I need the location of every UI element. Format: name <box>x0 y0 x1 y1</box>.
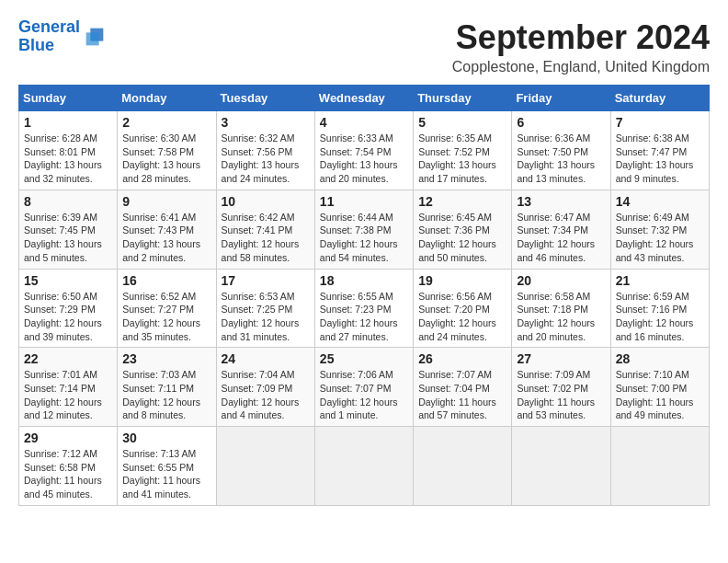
day-info: Sunrise: 6:45 AMSunset: 7:36 PMDaylight:… <box>418 211 506 265</box>
col-thursday: Thursday <box>414 86 512 111</box>
day-number: 21 <box>616 273 704 288</box>
calendar-day-cell: 4Sunrise: 6:33 AMSunset: 7:54 PMDaylight… <box>314 111 413 190</box>
calendar-day-cell: 1Sunrise: 6:28 AMSunset: 8:01 PMDaylight… <box>19 111 118 190</box>
day-info: Sunrise: 7:01 AMSunset: 7:14 PMDaylight:… <box>24 368 112 422</box>
col-wednesday: Wednesday <box>314 86 413 111</box>
day-info: Sunrise: 6:59 AMSunset: 7:16 PMDaylight:… <box>616 290 704 344</box>
calendar-day-cell: 21Sunrise: 6:59 AMSunset: 7:16 PMDayligh… <box>610 269 709 348</box>
day-info: Sunrise: 6:58 AMSunset: 7:18 PMDaylight:… <box>517 290 605 344</box>
day-number: 29 <box>24 431 112 445</box>
calendar-week-row: 8Sunrise: 6:39 AMSunset: 7:45 PMDaylight… <box>19 190 710 269</box>
day-info: Sunrise: 6:28 AMSunset: 8:01 PMDaylight:… <box>24 132 112 186</box>
calendar-day-cell: 19Sunrise: 6:56 AMSunset: 7:20 PMDayligh… <box>414 269 512 348</box>
calendar-week-row: 22Sunrise: 7:01 AMSunset: 7:14 PMDayligh… <box>19 348 710 427</box>
calendar-day-cell: 16Sunrise: 6:52 AMSunset: 7:27 PMDayligh… <box>118 269 216 348</box>
day-info: Sunrise: 7:10 AMSunset: 7:00 PMDaylight:… <box>616 368 704 422</box>
day-number: 15 <box>24 273 112 288</box>
day-number: 1 <box>24 115 112 130</box>
page-header: General Blue September 2024 Copplestone,… <box>18 18 710 75</box>
day-info: Sunrise: 6:49 AMSunset: 7:32 PMDaylight:… <box>616 211 704 265</box>
day-number: 17 <box>222 273 310 288</box>
day-info: Sunrise: 7:12 AMSunset: 6:58 PMDaylight:… <box>24 447 112 501</box>
calendar-day-cell: 17Sunrise: 6:53 AMSunset: 7:25 PMDayligh… <box>216 269 314 348</box>
title-block: September 2024 Copplestone, England, Uni… <box>452 18 710 75</box>
day-number: 4 <box>320 115 408 130</box>
calendar-day-cell: 26Sunrise: 7:07 AMSunset: 7:04 PMDayligh… <box>414 348 512 427</box>
day-number: 19 <box>418 273 506 288</box>
day-number: 6 <box>517 115 605 130</box>
calendar-day-cell <box>414 427 512 506</box>
calendar-day-cell: 12Sunrise: 6:45 AMSunset: 7:36 PMDayligh… <box>414 190 512 269</box>
calendar-day-cell: 13Sunrise: 6:47 AMSunset: 7:34 PMDayligh… <box>512 190 610 269</box>
svg-marker-1 <box>86 32 99 45</box>
col-friday: Friday <box>512 86 610 111</box>
day-info: Sunrise: 6:35 AMSunset: 7:52 PMDaylight:… <box>418 132 506 186</box>
calendar-day-cell <box>610 427 709 506</box>
day-info: Sunrise: 6:56 AMSunset: 7:20 PMDaylight:… <box>418 290 506 344</box>
calendar-day-cell <box>512 427 610 506</box>
calendar-day-cell: 20Sunrise: 6:58 AMSunset: 7:18 PMDayligh… <box>512 269 610 348</box>
day-number: 16 <box>122 273 210 288</box>
calendar-table: Sunday Monday Tuesday Wednesday Thursday… <box>18 85 710 506</box>
calendar-day-cell: 24Sunrise: 7:04 AMSunset: 7:09 PMDayligh… <box>216 348 314 427</box>
calendar-day-cell: 9Sunrise: 6:41 AMSunset: 7:43 PMDaylight… <box>118 190 216 269</box>
calendar-week-row: 15Sunrise: 6:50 AMSunset: 7:29 PMDayligh… <box>19 269 710 348</box>
day-info: Sunrise: 6:36 AMSunset: 7:50 PMDaylight:… <box>517 132 605 186</box>
calendar-week-row: 1Sunrise: 6:28 AMSunset: 8:01 PMDaylight… <box>19 111 710 190</box>
day-number: 3 <box>222 115 310 130</box>
calendar-day-cell: 22Sunrise: 7:01 AMSunset: 7:14 PMDayligh… <box>19 348 118 427</box>
day-number: 23 <box>122 351 210 366</box>
day-number: 24 <box>222 351 310 366</box>
day-number: 20 <box>517 273 605 288</box>
day-info: Sunrise: 6:42 AMSunset: 7:41 PMDaylight:… <box>222 211 310 265</box>
calendar-day-cell: 8Sunrise: 6:39 AMSunset: 7:45 PMDaylight… <box>19 190 118 269</box>
day-info: Sunrise: 6:52 AMSunset: 7:27 PMDaylight:… <box>122 290 210 344</box>
day-number: 5 <box>418 115 506 130</box>
day-info: Sunrise: 6:30 AMSunset: 7:58 PMDaylight:… <box>122 132 210 186</box>
day-info: Sunrise: 7:04 AMSunset: 7:09 PMDaylight:… <box>222 368 310 422</box>
calendar-day-cell <box>216 427 314 506</box>
day-info: Sunrise: 7:07 AMSunset: 7:04 PMDaylight:… <box>418 368 506 422</box>
day-info: Sunrise: 6:32 AMSunset: 7:56 PMDaylight:… <box>222 132 310 186</box>
day-info: Sunrise: 6:47 AMSunset: 7:34 PMDaylight:… <box>517 211 605 265</box>
location: Copplestone, England, United Kingdom <box>452 59 710 75</box>
day-number: 26 <box>418 351 506 366</box>
day-number: 18 <box>320 273 408 288</box>
day-number: 11 <box>320 194 408 209</box>
day-info: Sunrise: 6:38 AMSunset: 7:47 PMDaylight:… <box>616 132 704 186</box>
col-tuesday: Tuesday <box>216 86 314 111</box>
day-info: Sunrise: 6:50 AMSunset: 7:29 PMDaylight:… <box>24 290 112 344</box>
day-number: 2 <box>122 115 210 130</box>
calendar-day-cell: 18Sunrise: 6:55 AMSunset: 7:23 PMDayligh… <box>314 269 413 348</box>
day-info: Sunrise: 6:33 AMSunset: 7:54 PMDaylight:… <box>320 132 408 186</box>
calendar-day-cell: 28Sunrise: 7:10 AMSunset: 7:00 PMDayligh… <box>610 348 709 427</box>
calendar-day-cell: 6Sunrise: 6:36 AMSunset: 7:50 PMDaylight… <box>512 111 610 190</box>
logo: General Blue <box>18 18 108 55</box>
day-number: 9 <box>122 194 210 209</box>
day-info: Sunrise: 7:03 AMSunset: 7:11 PMDaylight:… <box>122 368 210 422</box>
logo-text: General Blue <box>18 18 80 55</box>
calendar-week-row: 29Sunrise: 7:12 AMSunset: 6:58 PMDayligh… <box>19 427 710 506</box>
calendar-day-cell: 23Sunrise: 7:03 AMSunset: 7:11 PMDayligh… <box>118 348 216 427</box>
calendar-day-cell: 10Sunrise: 6:42 AMSunset: 7:41 PMDayligh… <box>216 190 314 269</box>
day-info: Sunrise: 6:53 AMSunset: 7:25 PMDaylight:… <box>222 290 310 344</box>
day-info: Sunrise: 6:41 AMSunset: 7:43 PMDaylight:… <box>122 211 210 265</box>
calendar-day-cell: 3Sunrise: 6:32 AMSunset: 7:56 PMDaylight… <box>216 111 314 190</box>
calendar-day-cell: 30Sunrise: 7:13 AMSunset: 6:55 PMDayligh… <box>118 427 216 506</box>
col-monday: Monday <box>118 86 216 111</box>
day-number: 8 <box>24 194 112 209</box>
col-saturday: Saturday <box>610 86 709 111</box>
logo-icon <box>82 24 108 50</box>
calendar-day-cell: 27Sunrise: 7:09 AMSunset: 7:02 PMDayligh… <box>512 348 610 427</box>
calendar-day-cell: 7Sunrise: 6:38 AMSunset: 7:47 PMDaylight… <box>610 111 709 190</box>
day-info: Sunrise: 7:09 AMSunset: 7:02 PMDaylight:… <box>517 368 605 422</box>
day-number: 28 <box>616 351 704 366</box>
day-info: Sunrise: 7:13 AMSunset: 6:55 PMDaylight:… <box>122 447 210 501</box>
calendar-day-cell: 14Sunrise: 6:49 AMSunset: 7:32 PMDayligh… <box>610 190 709 269</box>
day-number: 30 <box>122 431 210 445</box>
day-number: 10 <box>222 194 310 209</box>
day-info: Sunrise: 7:06 AMSunset: 7:07 PMDaylight:… <box>320 368 408 422</box>
day-info: Sunrise: 6:44 AMSunset: 7:38 PMDaylight:… <box>320 211 408 265</box>
day-number: 13 <box>517 194 605 209</box>
day-info: Sunrise: 6:39 AMSunset: 7:45 PMDaylight:… <box>24 211 112 265</box>
